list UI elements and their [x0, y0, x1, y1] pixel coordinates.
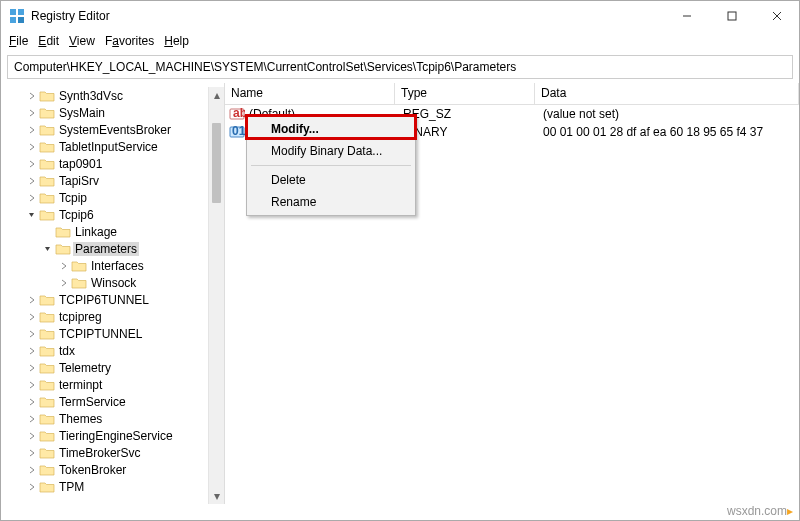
column-header-data[interactable]: Data [535, 83, 799, 104]
tree-item[interactable]: TPM [1, 478, 208, 495]
tree-item[interactable]: TCPIP6TUNNEL [1, 291, 208, 308]
tree-item-label: Tcpip6 [59, 208, 94, 222]
tree-item[interactable]: TimeBrokerSvc [1, 444, 208, 461]
tree-item[interactable]: Winsock [1, 274, 208, 291]
tree-item[interactable]: tap0901 [1, 155, 208, 172]
tree-item-label: Winsock [91, 276, 136, 290]
tree-item[interactable]: Tcpip [1, 189, 208, 206]
tree-item[interactable]: tdx [1, 342, 208, 359]
folder-icon [39, 140, 55, 154]
context-menu-rename[interactable]: Rename [249, 191, 413, 213]
svg-rect-3 [18, 17, 24, 23]
folder-icon [39, 378, 55, 392]
chevron-right-icon[interactable] [25, 482, 39, 492]
tree-item[interactable]: Tcpip6 [1, 206, 208, 223]
title-bar: Registry Editor [1, 1, 799, 31]
chevron-right-icon[interactable] [25, 397, 39, 407]
scroll-up-icon[interactable]: ▴ [209, 87, 224, 103]
tree-item[interactable]: TokenBroker [1, 461, 208, 478]
folder-icon [39, 208, 55, 222]
menu-view[interactable]: View [65, 33, 99, 49]
tree-item[interactable]: Themes [1, 410, 208, 427]
tree-item[interactable]: terminpt [1, 376, 208, 393]
tree-item-label: TermService [59, 395, 126, 409]
chevron-down-icon[interactable] [41, 244, 55, 254]
tree-item-label: Interfaces [91, 259, 144, 273]
chevron-right-icon[interactable] [25, 295, 39, 305]
value-data: (value not set) [537, 107, 799, 121]
chevron-right-icon[interactable] [25, 380, 39, 390]
folder-icon [39, 361, 55, 375]
scroll-down-icon[interactable]: ▾ [209, 488, 224, 504]
folder-icon [39, 106, 55, 120]
chevron-right-icon[interactable] [25, 312, 39, 322]
context-menu-modify[interactable]: Modify... [249, 118, 413, 140]
tree-item-label: Parameters [73, 242, 139, 256]
folder-icon [39, 310, 55, 324]
tree-item-label: TCPIPTUNNEL [59, 327, 142, 341]
list-header: Name Type Data [225, 83, 799, 105]
tree-item[interactable]: TabletInputService [1, 138, 208, 155]
tree-item[interactable]: Parameters [1, 240, 208, 257]
tree-scrollbar[interactable]: ▴ ▾ [208, 87, 224, 504]
value-type: REG_SZ [397, 107, 537, 121]
minimize-button[interactable] [664, 1, 709, 31]
tree-item[interactable]: Telemetry [1, 359, 208, 376]
chevron-down-icon[interactable] [25, 210, 39, 220]
tree-item[interactable]: Synth3dVsc [1, 87, 208, 104]
folder-icon [39, 174, 55, 188]
folder-icon [39, 446, 55, 460]
chevron-right-icon[interactable] [25, 159, 39, 169]
scrollbar-thumb[interactable] [212, 123, 221, 203]
menu-help[interactable]: Help [160, 33, 193, 49]
tree-item-label: TabletInputService [59, 140, 158, 154]
chevron-right-icon[interactable] [25, 142, 39, 152]
tree-item[interactable]: SysMain [1, 104, 208, 121]
chevron-right-icon[interactable] [25, 108, 39, 118]
chevron-right-icon[interactable] [57, 278, 71, 288]
chevron-right-icon[interactable] [25, 431, 39, 441]
folder-icon [39, 463, 55, 477]
value-data: 00 01 00 01 28 df af ea 60 18 95 65 f4 3… [537, 125, 799, 139]
menu-edit[interactable]: Edit [34, 33, 63, 49]
chevron-right-icon[interactable] [25, 346, 39, 356]
chevron-right-icon[interactable] [25, 176, 39, 186]
tree-item[interactable]: Interfaces [1, 257, 208, 274]
context-menu-modify-binary[interactable]: Modify Binary Data... [249, 140, 413, 162]
menu-favorites[interactable]: Favorites [101, 33, 158, 49]
folder-icon [39, 395, 55, 409]
folder-icon [39, 157, 55, 171]
column-header-type[interactable]: Type [395, 83, 535, 104]
tree-item[interactable]: TermService [1, 393, 208, 410]
svg-rect-0 [10, 9, 16, 15]
chevron-right-icon[interactable] [25, 125, 39, 135]
column-header-name[interactable]: Name [225, 83, 395, 104]
tree-item[interactable]: Linkage [1, 223, 208, 240]
app-icon [9, 8, 25, 24]
chevron-right-icon[interactable] [25, 465, 39, 475]
folder-icon [39, 293, 55, 307]
tree-item[interactable]: tcpipreg [1, 308, 208, 325]
chevron-right-icon[interactable] [25, 363, 39, 373]
tree-item-label: TPM [59, 480, 84, 494]
tree-item[interactable]: TieringEngineService [1, 427, 208, 444]
tree-item[interactable]: TapiSrv [1, 172, 208, 189]
maximize-button[interactable] [709, 1, 754, 31]
tree-item[interactable]: TCPIPTUNNEL [1, 325, 208, 342]
menu-file[interactable]: File [5, 33, 32, 49]
chevron-right-icon[interactable] [25, 414, 39, 424]
context-menu: Modify... Modify Binary Data... Delete R… [246, 115, 416, 216]
folder-icon [55, 242, 71, 256]
chevron-right-icon[interactable] [25, 193, 39, 203]
context-menu-separator [251, 165, 411, 166]
context-menu-delete[interactable]: Delete [249, 169, 413, 191]
chevron-right-icon[interactable] [25, 91, 39, 101]
chevron-right-icon[interactable] [25, 448, 39, 458]
tree-item[interactable]: SystemEventsBroker [1, 121, 208, 138]
close-button[interactable] [754, 1, 799, 31]
chevron-right-icon[interactable] [57, 261, 71, 271]
chevron-right-icon[interactable] [25, 329, 39, 339]
address-bar[interactable]: Computer\HKEY_LOCAL_MACHINE\SYSTEM\Curre… [7, 55, 793, 79]
binary-value-icon: 011 [229, 124, 245, 140]
window-title: Registry Editor [31, 9, 664, 23]
